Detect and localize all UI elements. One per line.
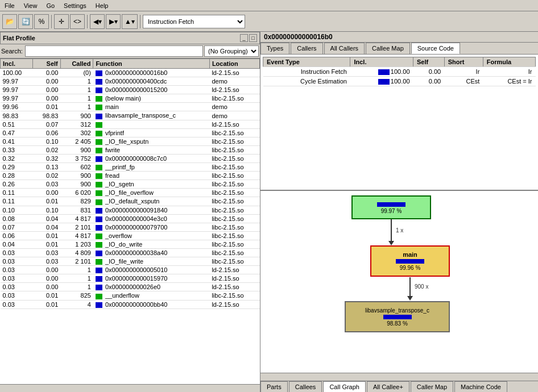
cell-self: 0.10 [33, 206, 61, 214]
cell-fn: _IO_default_xsputn [93, 197, 210, 206]
bottom-tab-parts[interactable]: Parts [260, 381, 288, 392]
menu-help[interactable]: Help [91, 1, 113, 10]
tab-all-callers[interactable]: All Callers [324, 43, 365, 54]
compare-button[interactable]: <> [70, 14, 85, 29]
types-cell-formula: Ir [483, 67, 535, 77]
open-button[interactable]: 📂 [2, 14, 17, 29]
main-node-label: main [403, 251, 417, 258]
col-function[interactable]: Function [93, 59, 210, 69]
bottom-tab-machine-code[interactable]: Machine Code [454, 381, 507, 392]
table-row[interactable]: 0.08 0.04 4 817 0x000000000004e3c0 libc-… [1, 214, 260, 223]
table-row[interactable]: 98.83 98.83 900 libavsample_transpose_c … [1, 111, 260, 120]
table-row[interactable]: 0.33 0.02 900 fwrite libc-2.15.so [1, 145, 260, 154]
types-tab-content: Event Type Incl. Self Short Formula Inst… [260, 55, 538, 190]
fn-color-indicator [96, 251, 102, 256]
table-row[interactable]: 99.97 0.00 1 (below main) libc-2.15.so [1, 94, 260, 103]
table-row[interactable]: 0.03 0.00 1 0x0000000000005010 ld-2.15.s… [1, 266, 260, 274]
fn-color-indicator [96, 173, 102, 179]
cell-incl: 0.03 [1, 248, 33, 257]
menu-settings[interactable]: Settings [59, 1, 91, 10]
table-row[interactable]: 0.26 0.03 900 _IO_sgetn libc-2.15.so [1, 180, 260, 189]
tab-callers[interactable]: Callers [291, 43, 322, 54]
table-row[interactable]: 0.32 0.32 3 752 0x000000000008c7c0 libc-… [1, 154, 260, 162]
col-called[interactable]: Called [60, 59, 93, 69]
cell-self: 0.04 [33, 223, 61, 231]
bottom-tab-call-graph[interactable]: Call Graph [323, 381, 366, 392]
cell-called: 4 817 [60, 214, 93, 223]
cell-fn: _IO_sgetn [93, 180, 210, 189]
table-row[interactable]: 0.03 0.01 4 0x000000000000bb40 ld-2.15.s… [1, 300, 260, 308]
cell-incl: 0.29 [1, 163, 33, 172]
fn-color-indicator [96, 225, 102, 231]
table-row[interactable]: 0.11 0.00 6 020 _IO_file_overflow libc-2… [1, 189, 260, 197]
table-row[interactable]: 0.06 0.01 4 817 _overflow libc-2.15.so [1, 231, 260, 240]
cell-incl: 0.03 [1, 274, 33, 283]
percent-button[interactable]: % [34, 14, 49, 29]
bottom-scrollbar[interactable] [260, 373, 538, 381]
table-row[interactable]: 99.97 0.00 1 0x0000000000015200 ld-2.15.… [1, 86, 260, 94]
table-row[interactable]: 0.03 0.01 825 __underflow libc-2.15.so [1, 291, 260, 300]
table-row[interactable]: 100.00 0.00 (0) 0x00000000000016b0 ld-2.… [1, 69, 260, 77]
table-row[interactable]: 0.07 0.04 2 101 0x0000000000079700 libc-… [1, 223, 260, 231]
cell-loc: demo [209, 111, 259, 120]
fn-color-indicator [96, 131, 102, 136]
table-row[interactable]: 0.03 0.00 1 0x000000000026e0 ld-2.15.so [1, 283, 260, 291]
table-row[interactable]: 0.29 0.13 602 __printf_fp libc-2.15.so [1, 163, 260, 172]
table-row[interactable]: 0.41 0.10 2 405 _IO_file_xsputn libc-2.1… [1, 137, 260, 145]
up-button[interactable]: ▲▾ [122, 14, 138, 29]
top-tabs-bar: Types Callers All Callers Callee Map Sou… [260, 43, 538, 55]
table-row[interactable]: 99.97 0.00 1 0x0000000000400cdc demo [1, 77, 260, 86]
cell-fn: (below main) [93, 94, 210, 103]
tab-source-code[interactable]: Source Code [411, 43, 460, 54]
search-input[interactable] [25, 45, 203, 57]
cell-called: 302 [60, 128, 93, 137]
event-select[interactable]: Instruction Fetch Cycle Estimation [143, 15, 245, 28]
horizontal-scrollbar[interactable] [0, 384, 260, 392]
maximize-button[interactable]: □ [249, 34, 257, 42]
fn-color-indicator [96, 122, 102, 128]
table-row[interactable]: 0.11 0.01 829 _IO_default_xsputn libc-2.… [1, 197, 260, 206]
tab-types[interactable]: Types [260, 43, 289, 54]
table-row[interactable]: 0.03 0.03 4 809 0x0000000000038a40 libc-… [1, 248, 260, 257]
menu-file[interactable]: File [0, 1, 19, 10]
table-row[interactable]: 0.28 0.02 900 fread libc-2.15.so [1, 172, 260, 180]
col-incl[interactable]: Incl. [1, 59, 33, 69]
fn-color-indicator [96, 285, 102, 290]
bottom-tab-all-callees[interactable]: All Callee+ [367, 381, 409, 392]
table-row[interactable]: 99.96 0.01 1 main demo [1, 103, 260, 111]
graph-node-main: main 99.96 % [370, 245, 450, 277]
col-location[interactable]: Location [209, 59, 259, 69]
cell-loc: libc-2.15.so [209, 172, 259, 180]
types-cell-incl: 100.00 [350, 77, 413, 86]
cell-self: 0.10 [33, 137, 61, 145]
cell-called: 1 [60, 283, 93, 291]
table-row[interactable]: 0.10 0.10 831 0x0000000000091840 libc-2.… [1, 206, 260, 214]
forward-button[interactable]: ▶▾ [106, 14, 121, 29]
bottom-tab-caller-map[interactable]: Caller Map [411, 381, 453, 392]
table-row[interactable]: 0.04 0.01 1 203 _IO_do_write libc-2.15.s… [1, 240, 260, 248]
lib-node-label: libavsample_transpose_c [365, 307, 429, 314]
reload-button[interactable]: 🔄 [18, 14, 33, 29]
cell-called: 825 [60, 291, 93, 300]
table-container[interactable]: Incl. Self Called Function Location 100.… [0, 59, 260, 384]
table-row[interactable]: 0.47 0.06 302 vfprintf libc-2.15.so [1, 128, 260, 137]
col-self[interactable]: Self [33, 59, 61, 69]
cell-loc: ld-2.15.so [209, 69, 259, 77]
table-row[interactable]: 0.51 0.07 312 ld-2.15.so [1, 120, 260, 128]
table-row[interactable]: 0.03 0.03 2 101 _IO_file_write libc-2.15… [1, 257, 260, 266]
table-row[interactable]: 0.03 0.00 1 0x0000000000015970 ld-2.15.s… [1, 274, 260, 283]
tab-callee-map[interactable]: Callee Map [366, 43, 410, 54]
cell-self: 0.00 [33, 189, 61, 197]
minimize-button[interactable]: _ [240, 34, 248, 42]
menu-go[interactable]: Go [42, 1, 59, 10]
fn-color-indicator [96, 156, 102, 162]
cell-loc: libc-2.15.so [209, 189, 259, 197]
grouping-select[interactable]: (No Grouping) [204, 45, 259, 57]
back-button[interactable]: ◀▾ [90, 14, 105, 29]
move-button[interactable]: ✛ [54, 14, 69, 29]
th-formula: Formula [483, 57, 535, 67]
svg-marker-4 [407, 296, 413, 301]
menu-view[interactable]: View [19, 1, 42, 10]
cell-called: 900 [60, 111, 93, 120]
bottom-tab-callees[interactable]: Callees [289, 381, 322, 392]
